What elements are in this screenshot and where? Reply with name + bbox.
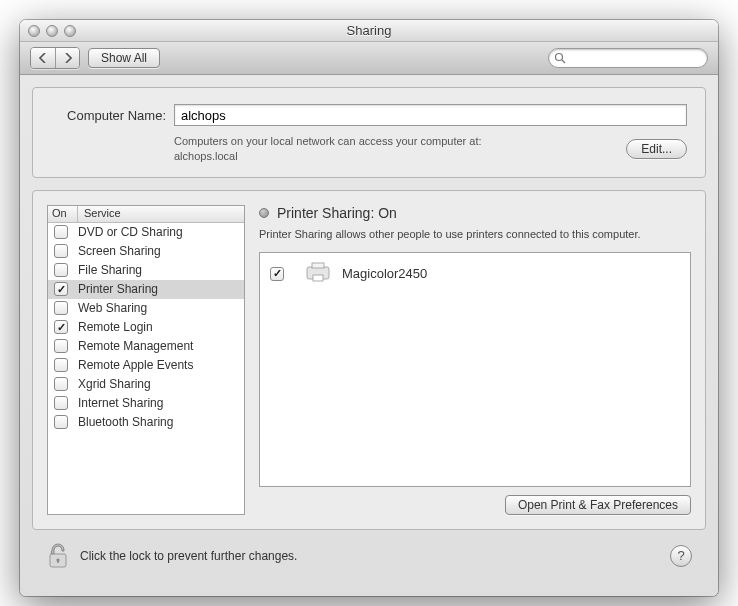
service-label: Printer Sharing [78,282,158,296]
printer-checkbox[interactable] [270,267,284,281]
service-label: Internet Sharing [78,396,163,410]
service-row[interactable]: File Sharing [48,261,244,280]
service-checkbox[interactable] [54,263,68,277]
printer-list: Magicolor2450 [259,252,691,487]
detail-description: Printer Sharing allows other people to u… [259,227,691,242]
svg-point-0 [556,54,563,61]
service-checkbox[interactable] [54,377,68,391]
service-row[interactable]: Remote Management [48,337,244,356]
svg-rect-3 [312,263,324,268]
hint-line2: alchops.local [174,150,238,162]
forward-button[interactable] [55,48,79,68]
help-icon: ? [677,548,684,563]
sharing-window: Sharing Show All Computer Name: [20,20,718,596]
lock-hint-text: Click the lock to prevent further change… [80,549,297,563]
service-row[interactable]: Remote Apple Events [48,356,244,375]
window-title: Sharing [20,23,718,38]
toolbar: Show All [20,42,718,75]
service-label: File Sharing [78,263,142,277]
close-window-button[interactable] [28,25,40,37]
svg-rect-7 [57,560,59,563]
service-label: Remote Management [78,339,193,353]
search-wrap [548,48,708,68]
computer-name-label: Computer Name: [51,108,166,123]
service-label: Remote Login [78,320,153,334]
content: Computer Name: Computers on your local n… [20,75,718,596]
detail-header: Printer Sharing: On [259,205,691,221]
service-row[interactable]: DVD or CD Sharing [48,223,244,242]
help-button[interactable]: ? [670,545,692,567]
service-checkbox[interactable] [54,301,68,315]
chevron-right-icon [64,53,72,63]
services-column: On Service DVD or CD SharingScreen Shari… [47,205,245,515]
service-label: Screen Sharing [78,244,161,258]
titlebar: Sharing [20,20,718,42]
services-list: On Service DVD or CD SharingScreen Shari… [47,205,245,515]
status-indicator-icon [259,208,269,218]
computer-name-panel: Computer Name: Computers on your local n… [32,87,706,178]
printer-icon [304,261,332,286]
svg-line-1 [562,60,565,63]
lock-icon[interactable] [46,542,70,570]
search-input[interactable] [548,48,708,68]
computer-name-input[interactable] [174,104,687,126]
service-label: Web Sharing [78,301,147,315]
detail-title: Printer Sharing: On [277,205,397,221]
service-row[interactable]: Printer Sharing [48,280,244,299]
service-row[interactable]: Bluetooth Sharing [48,413,244,432]
printer-row[interactable]: Magicolor2450 [266,259,684,288]
service-checkbox[interactable] [54,225,68,239]
service-label: Xgrid Sharing [78,377,151,391]
service-row[interactable]: Internet Sharing [48,394,244,413]
service-checkbox[interactable] [54,339,68,353]
edit-hostname-button[interactable]: Edit... [626,139,687,159]
back-button[interactable] [31,48,55,68]
detail-column: Printer Sharing: On Printer Sharing allo… [259,205,691,515]
service-checkbox[interactable] [54,415,68,429]
open-print-fax-preferences-button[interactable]: Open Print & Fax Preferences [505,495,691,515]
printer-name: Magicolor2450 [342,266,427,281]
svg-rect-4 [313,275,323,281]
service-row[interactable]: Web Sharing [48,299,244,318]
hint-line1: Computers on your local network can acce… [174,135,482,147]
show-all-button[interactable]: Show All [88,48,160,68]
search-icon [554,52,566,64]
column-header-service[interactable]: Service [78,206,244,222]
zoom-window-button[interactable] [64,25,76,37]
chevron-left-icon [39,53,47,63]
services-header: On Service [48,206,244,223]
footer: Click the lock to prevent further change… [32,530,706,584]
service-label: DVD or CD Sharing [78,225,183,239]
nav-buttons [30,47,80,69]
main-panel: On Service DVD or CD SharingScreen Shari… [32,190,706,530]
column-header-on[interactable]: On [48,206,78,222]
minimize-window-button[interactable] [46,25,58,37]
service-checkbox[interactable] [54,396,68,410]
service-row[interactable]: Remote Login [48,318,244,337]
service-label: Bluetooth Sharing [78,415,173,429]
computer-name-hint: Computers on your local network can acce… [174,134,614,165]
service-checkbox[interactable] [54,282,68,296]
service-checkbox[interactable] [54,320,68,334]
service-checkbox[interactable] [54,358,68,372]
service-label: Remote Apple Events [78,358,193,372]
service-row[interactable]: Screen Sharing [48,242,244,261]
traffic-lights [20,25,76,37]
service-checkbox[interactable] [54,244,68,258]
service-row[interactable]: Xgrid Sharing [48,375,244,394]
